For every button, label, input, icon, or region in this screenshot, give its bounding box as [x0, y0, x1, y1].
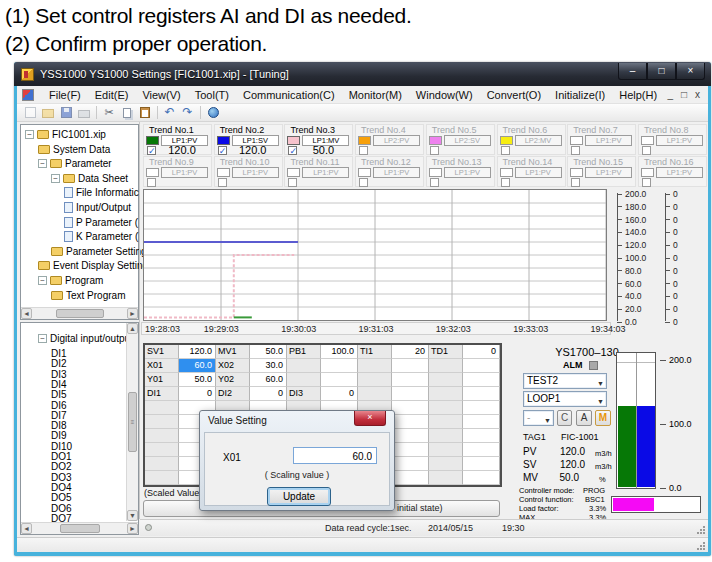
copy-icon[interactable] [118, 105, 136, 121]
menu-item-window[interactable]: Window(W) [409, 89, 480, 101]
dialog-close-button[interactable]: × [354, 411, 386, 426]
param-value-cell[interactable]: 50.0 [250, 345, 288, 359]
tree-expander-icon[interactable]: − [25, 130, 34, 139]
param-name-cell[interactable]: X02 [216, 359, 250, 373]
param-value-cell[interactable] [392, 415, 430, 429]
param-name-cell[interactable]: PB1 [287, 345, 321, 359]
print-icon[interactable] [75, 105, 93, 121]
cut-icon[interactable]: ✂ [100, 105, 118, 121]
param-value-cell[interactable]: 0 [463, 345, 501, 359]
tree-item-file-informatic[interactable]: File Informatic [64, 186, 139, 199]
param-name-cell[interactable] [429, 387, 463, 401]
tree-item-k-parameter-[interactable]: K Parameter ( [64, 230, 138, 243]
param-name-cell[interactable] [429, 359, 463, 373]
param-value-cell[interactable]: 30.0 [250, 359, 288, 373]
param-name-cell[interactable] [145, 401, 179, 415]
param-value-cell[interactable] [463, 457, 501, 471]
tree-expander-icon[interactable]: − [38, 334, 47, 343]
tree-item-program[interactable]: −Program [38, 274, 103, 287]
param-name-cell[interactable] [287, 373, 321, 387]
menu-item-help[interactable]: Help(H) [612, 89, 664, 101]
param-value-cell[interactable] [463, 443, 501, 457]
param-name-cell[interactable] [358, 387, 392, 401]
param-value-cell[interactable] [463, 401, 501, 415]
param-value-cell[interactable] [463, 429, 501, 443]
close-button[interactable]: × [676, 63, 705, 80]
param-name-cell[interactable]: Y02 [216, 373, 250, 387]
tree-expander-icon[interactable]: − [38, 276, 47, 285]
param-value-cell[interactable]: 20 [392, 345, 430, 359]
param-value-cell[interactable]: 50.0 [179, 373, 217, 387]
param-value-cell[interactable] [392, 429, 430, 443]
menu-item-tool[interactable]: Tool(T) [188, 89, 236, 101]
paste-icon[interactable] [136, 105, 154, 121]
scroll-thumb[interactable] [56, 309, 104, 318]
tree-expander-icon[interactable]: − [51, 174, 60, 183]
minimize-button[interactable]: – [618, 63, 647, 80]
tree-item-event-display-setting[interactable]: Event Display Setting [38, 259, 148, 272]
tree-item-fic1001-xip[interactable]: −FIC1001.xip [25, 128, 106, 141]
param-name-cell[interactable] [429, 471, 463, 485]
tree-item-data-sheet[interactable]: −Data Sheet [51, 172, 128, 185]
trend-checkbox[interactable]: ✓ [147, 146, 156, 155]
param-name-cell[interactable] [145, 443, 179, 457]
param-value-cell[interactable]: 120.0 [179, 345, 217, 359]
param-name-cell[interactable] [429, 443, 463, 457]
mdi-minimize-button[interactable]: _ [667, 88, 673, 102]
param-name-cell[interactable]: DI3 [287, 387, 321, 401]
tree-expander-icon[interactable]: − [38, 159, 47, 168]
io-tree-vscrollbar[interactable]: ▲ ≡ ▼ [126, 323, 138, 521]
trend-checkbox[interactable] [359, 146, 368, 155]
param-value-cell[interactable] [392, 457, 430, 471]
scroll-right-icon[interactable]: ► [127, 523, 138, 534]
param-name-cell[interactable] [358, 373, 392, 387]
param-name-cell[interactable]: SV1 [145, 345, 179, 359]
param-name-cell[interactable] [358, 359, 392, 373]
param-name-cell[interactable] [145, 457, 179, 471]
menu-item-convert[interactable]: Convert(O) [480, 89, 548, 101]
trend-checkbox[interactable] [642, 178, 651, 187]
trend-checkbox[interactable] [642, 146, 651, 155]
io-tree-hscrollbar[interactable]: ◄ ► [21, 522, 138, 534]
param-name-cell[interactable]: Y01 [145, 373, 179, 387]
param-name-cell[interactable] [287, 359, 321, 373]
menu-item-view[interactable]: View(V) [135, 89, 187, 101]
param-name-cell[interactable] [429, 401, 463, 415]
menu-item-file[interactable]: File(F) [42, 89, 88, 101]
param-name-cell[interactable] [145, 415, 179, 429]
loop-select-dropdown[interactable]: LOOP1▼ [523, 391, 607, 407]
tree-item-parameter[interactable]: −Parameter [38, 157, 112, 170]
trend-checkbox[interactable] [359, 178, 368, 187]
param-value-cell[interactable] [392, 443, 430, 457]
param-value-cell[interactable] [392, 401, 430, 415]
titlebar[interactable]: YSS1000 YS1000 Settings [FIC1001.xip] - … [14, 62, 711, 86]
menu-item-monitor[interactable]: Monitor(M) [342, 89, 409, 101]
tree-item-input-output[interactable]: Input/Output [64, 201, 131, 214]
param-value-cell[interactable]: 0 [321, 387, 359, 401]
param-name-cell[interactable]: X01 [145, 359, 179, 373]
new-file-icon[interactable] [21, 105, 39, 121]
resize-grip-icon[interactable] [697, 541, 706, 550]
param-value-cell[interactable] [321, 373, 359, 387]
param-name-cell[interactable]: DI2 [216, 387, 250, 401]
param-name-cell[interactable]: DI1 [145, 387, 179, 401]
param-value-cell[interactable] [392, 359, 430, 373]
param-name-cell[interactable]: TI1 [358, 345, 392, 359]
param-value-cell[interactable] [392, 373, 430, 387]
resize-grip-icon[interactable] [697, 525, 706, 534]
param-value-cell[interactable] [392, 471, 430, 485]
trend-checkbox[interactable] [218, 178, 227, 187]
param-value-cell[interactable]: 60.0 [250, 373, 288, 387]
trend-checkbox[interactable] [501, 146, 510, 155]
param-name-cell[interactable] [429, 429, 463, 443]
maximize-button[interactable]: □ [647, 63, 676, 80]
tree-item-parameter-setting[interactable]: Parameter Setting [51, 245, 147, 258]
trend-checkbox[interactable] [430, 146, 439, 155]
mdi-restore-button[interactable]: □ [681, 88, 687, 102]
param-value-cell[interactable] [463, 471, 501, 485]
station-select-dropdown[interactable]: TEST2▼ [523, 373, 607, 389]
pane-divider[interactable] [139, 122, 140, 519]
trend-checkbox[interactable] [288, 178, 297, 187]
param-name-cell[interactable]: TD1 [429, 345, 463, 359]
trend-checkbox[interactable] [571, 178, 580, 187]
